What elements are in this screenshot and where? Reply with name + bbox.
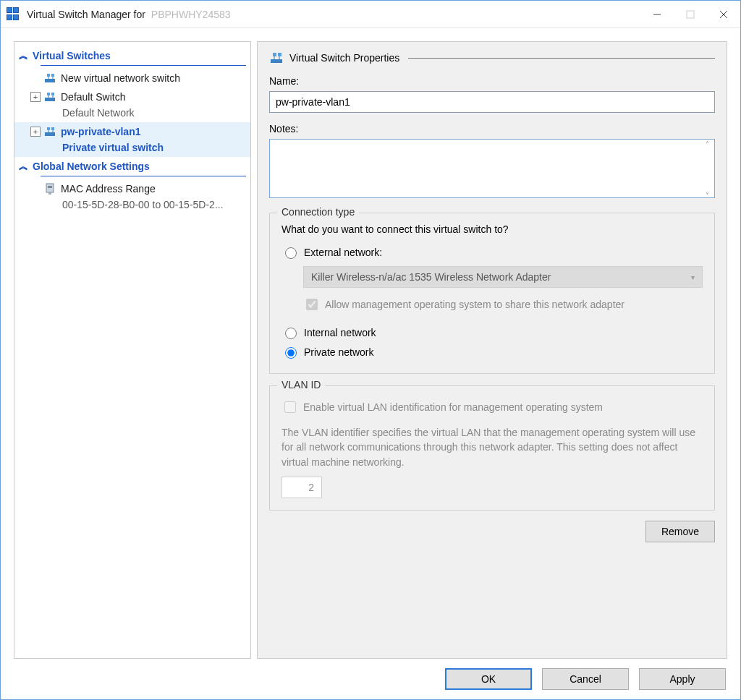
svg-rect-14 <box>45 132 55 136</box>
tree-item-default-switch[interactable]: + Default Switch Default Network <box>14 88 250 122</box>
expand-icon[interactable]: + <box>30 92 41 102</box>
radio-private-input[interactable] <box>285 347 297 359</box>
properties-header: Virtual Switch Properties <box>269 51 715 65</box>
tree-item-pw-private-sub: Private virtual switch <box>30 140 246 155</box>
radio-private[interactable]: Private network <box>281 342 703 362</box>
network-switch-icon <box>43 125 56 138</box>
section-global-settings-label: Global Network Settings <box>33 161 150 172</box>
svg-rect-23 <box>273 53 276 56</box>
chevron-down-icon: ▾ <box>691 273 695 281</box>
virtual-switch-manager-window: Virtual Switch Manager for PBPHWHY24583 … <box>0 0 741 700</box>
chevron-up-icon: ︽ <box>19 160 27 173</box>
connection-type-legend: Connection type <box>277 206 359 218</box>
expand-icon[interactable]: + <box>30 127 41 137</box>
vlan-legend: VLAN ID <box>277 379 325 390</box>
tree-item-default-switch-label: Default Switch <box>61 89 125 105</box>
tree-item-mac-range-sub: 00-15-5D-28-B0-00 to 00-15-5D-2... <box>30 197 246 213</box>
svg-rect-10 <box>47 93 50 95</box>
apply-button[interactable]: Apply <box>639 668 726 690</box>
properties-panel: Virtual Switch Properties Name: Notes: ˄… <box>257 41 727 659</box>
window-title-prefix: Virtual Switch Manager for <box>27 9 145 20</box>
radio-private-label: Private network <box>304 346 373 358</box>
window-host: PBPHWHY24583 <box>151 9 231 20</box>
svg-rect-21 <box>48 192 51 195</box>
dialog-footer: OK Cancel Apply <box>1 659 740 699</box>
notes-label: Notes: <box>269 123 715 135</box>
vlan-enable-label: Enable virtual LAN identification for ma… <box>303 401 603 413</box>
radio-external-input[interactable] <box>285 247 297 259</box>
titlebar: Virtual Switch Manager for PBPHWHY24583 <box>1 1 740 28</box>
connection-prompt: What do you want to connect this virtual… <box>281 223 703 235</box>
section-virtual-switches[interactable]: ︽ Virtual Switches <box>14 46 250 65</box>
vlan-enable-checkbox-input <box>284 401 296 413</box>
tree-item-mac-range-label: MAC Address Range <box>61 181 156 197</box>
vlan-enable-checkbox: Enable virtual LAN identification for ma… <box>281 396 703 418</box>
properties-header-label: Virtual Switch Properties <box>289 52 399 64</box>
radio-external-label: External network: <box>304 247 382 258</box>
cancel-button[interactable]: Cancel <box>542 668 629 690</box>
allow-mgmt-checkbox-input <box>306 299 318 310</box>
radio-external[interactable]: External network: <box>281 242 703 262</box>
svg-rect-20 <box>48 186 52 188</box>
radio-internal-label: Internal network <box>304 327 376 338</box>
allow-mgmt-checkbox: Allow management operating system to sha… <box>303 294 703 315</box>
tree-item-mac-range[interactable]: MAC Address Range 00-15-5D-28-B0-00 to 0… <box>14 179 250 214</box>
svg-rect-22 <box>271 59 282 63</box>
svg-rect-11 <box>51 93 54 95</box>
sidebar: ︽ Virtual Switches New virtual network s… <box>14 41 251 659</box>
adapter-select: Killer Wireless-n/a/ac 1535 Wireless Net… <box>303 266 703 288</box>
svg-rect-1 <box>687 11 694 18</box>
svg-rect-16 <box>51 127 54 130</box>
vlan-description: The VLAN identifier specifies the virtua… <box>281 425 703 469</box>
svg-rect-4 <box>45 79 55 82</box>
svg-rect-24 <box>278 53 281 56</box>
radio-internal-input[interactable] <box>285 328 297 339</box>
window-title: Virtual Switch Manager for PBPHWHY24583 <box>27 9 231 20</box>
name-input[interactable] <box>269 91 715 113</box>
svg-rect-15 <box>47 127 50 130</box>
minimize-button[interactable] <box>640 1 674 28</box>
vlan-group: VLAN ID Enable virtual LAN identificatio… <box>269 385 715 511</box>
vlan-id-value: 2 <box>281 477 322 498</box>
svg-rect-6 <box>51 74 54 77</box>
tree-item-new-switch-label: New virtual network switch <box>61 70 180 86</box>
tree-item-new-switch[interactable]: New virtual network switch <box>14 69 250 88</box>
notes-input[interactable] <box>269 139 715 198</box>
radio-internal[interactable]: Internal network <box>281 323 703 342</box>
nic-icon <box>43 182 56 195</box>
name-label: Name: <box>269 75 715 87</box>
app-icon <box>7 7 21 22</box>
network-switch-icon <box>43 72 56 85</box>
section-virtual-switches-label: Virtual Switches <box>33 50 111 61</box>
chevron-up-icon: ︽ <box>19 49 27 62</box>
maximize-button[interactable] <box>674 1 707 28</box>
remove-button[interactable]: Remove <box>645 521 715 542</box>
network-switch-icon <box>269 51 284 65</box>
tree-item-default-switch-sub: Default Network <box>30 105 246 121</box>
svg-rect-5 <box>47 74 50 77</box>
ok-button[interactable]: OK <box>445 668 532 690</box>
adapter-select-value: Killer Wireless-n/a/ac 1535 Wireless Net… <box>311 271 551 283</box>
close-button[interactable] <box>707 1 740 28</box>
svg-rect-9 <box>45 98 55 101</box>
connection-type-group: Connection type What do you want to conn… <box>269 213 715 374</box>
section-global-settings[interactable]: ︽ Global Network Settings <box>14 157 250 176</box>
network-switch-icon <box>43 90 56 103</box>
tree-item-pw-private-label: pw-private-vlan1 <box>61 124 140 140</box>
allow-mgmt-label: Allow management operating system to sha… <box>325 299 624 310</box>
tree-item-pw-private[interactable]: + pw-private-vlan1 Private virtual switc… <box>14 122 250 157</box>
